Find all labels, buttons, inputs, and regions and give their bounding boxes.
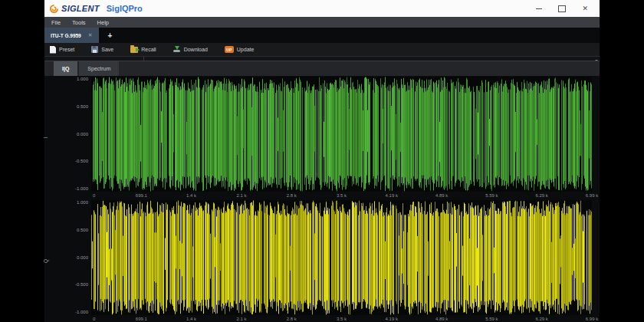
x-axis-ticks: 0699.11.4 k2.1 k2.8 k3.5 k4.19 k4.89 k5.… — [91, 192, 592, 199]
i-waveform-chart: I 1.0000.5000.000-0.500-1.000 0699.11.4 … — [44, 77, 600, 199]
x-tick-label: 699.1 — [136, 193, 147, 198]
menu-help[interactable]: Help — [97, 19, 109, 26]
x-tick-label: 1.4 k — [186, 317, 196, 321]
x-tick-label: 4.89 k — [435, 193, 448, 198]
floppy-icon — [91, 46, 98, 53]
x-tick-label: 2.8 k — [287, 193, 297, 198]
close-icon[interactable]: ✕ — [582, 5, 588, 12]
x-tick-label: 6.29 k — [536, 317, 548, 321]
sidebar-tree: ⌄ Waveform Setup Packet — [44, 57, 144, 61]
app-name: SigIQPro — [107, 4, 143, 13]
x-tick-label: 4.19 k — [386, 317, 398, 321]
siglent-logo-icon — [50, 5, 58, 13]
x-axis-ticks: 0699.11.4 k2.1 k2.8 k3.5 k4.19 k4.89 k5.… — [91, 315, 592, 322]
tab-label: ITU-T G.9959 — [51, 33, 81, 38]
x-tick-label: 3.5 k — [337, 193, 347, 198]
tab-iq[interactable]: I|Q — [54, 61, 77, 76]
download-button[interactable]: Download — [173, 46, 208, 53]
x-tick-label: 699.1 — [136, 317, 147, 321]
x-tick-label: 0 — [93, 193, 95, 198]
y-tick-label: 0.500 — [77, 104, 88, 109]
recall-button[interactable]: Recall — [130, 47, 156, 53]
q-waveform-plot: 0699.11.4 k2.1 k2.8 k3.5 k4.19 k4.89 k5.… — [91, 200, 592, 322]
save-button[interactable]: Save — [91, 46, 113, 53]
x-tick-label: 2.1 k — [236, 317, 246, 321]
update-icon: UP — [225, 46, 234, 53]
y-tick-label: 1.000 — [77, 200, 88, 205]
y-tick-label: -1.000 — [75, 310, 88, 314]
chart-tab-bar: I|Q Spectrum — [44, 61, 600, 76]
settings-panel: ⌄ General Settings Data Rate R1-9.6kbps … — [144, 57, 600, 61]
x-tick-label: 0 — [93, 317, 95, 321]
preset-button[interactable]: Preset — [50, 46, 74, 54]
new-tab-button[interactable]: + — [99, 28, 122, 43]
menu-bar: File Tools Help — [44, 17, 600, 28]
folder-icon — [130, 47, 138, 53]
x-tick-label: 6.29 k — [536, 193, 548, 198]
app-window: SIGLENT SigIQPro ✕ File Tools Help ITU-T… — [44, 0, 600, 322]
x-tick-label: 6.99 k — [586, 317, 598, 321]
document-icon — [50, 46, 56, 54]
y-tick-label: -0.500 — [75, 282, 88, 287]
x-tick-label: 4.19 k — [386, 193, 398, 198]
minimize-icon[interactable] — [536, 8, 542, 9]
toolbar: Preset Save Recall Download UP Update — [44, 43, 600, 57]
brand-name: SIGLENT — [61, 4, 100, 13]
y-tick-label: -0.500 — [75, 159, 88, 163]
x-tick-label: 3.5 k — [337, 317, 347, 321]
y-tick-label: -1.000 — [75, 186, 88, 191]
x-tick-label: 2.8 k — [287, 317, 297, 321]
x-tick-label: 5.59 k — [485, 193, 498, 198]
maximize-icon[interactable] — [558, 5, 566, 12]
menu-file[interactable]: File — [51, 19, 61, 26]
charts-panel: I|Q Spectrum I 1.0000.5000.000-0.500-1.0… — [44, 61, 600, 322]
title-bar: SIGLENT SigIQPro ✕ — [44, 0, 600, 17]
q-waveform-trace — [91, 200, 592, 315]
vertical-scrollbar[interactable] — [595, 60, 598, 61]
x-tick-label: 2.1 k — [236, 193, 246, 198]
tab-spectrum[interactable]: Spectrum — [79, 61, 119, 76]
download-icon — [173, 46, 181, 53]
x-tick-label: 5.59 k — [485, 317, 498, 321]
document-tab-bar: ITU-T G.9959 ✕ + — [44, 28, 600, 43]
i-waveform-trace — [91, 77, 592, 192]
tab-close-icon[interactable]: ✕ — [88, 32, 93, 38]
menu-tools[interactable]: Tools — [72, 19, 86, 26]
i-waveform-plot: 0699.11.4 k2.1 k2.8 k3.5 k4.19 k4.89 k5.… — [91, 77, 592, 199]
update-button[interactable]: UP Update — [225, 46, 255, 53]
x-tick-label: 1.4 k — [186, 193, 196, 198]
q-waveform-chart: Q 1.0000.5000.000-0.500-1.000 0699.11.4 … — [44, 200, 600, 322]
y-tick-label: 0.500 — [77, 228, 88, 232]
main-content: ⌄ Waveform Setup Packet ⌄ General Settin… — [44, 57, 600, 61]
x-tick-label: 6.99 k — [586, 193, 598, 198]
x-tick-label: 4.89 k — [435, 317, 448, 321]
y-tick-label: 1.000 — [77, 77, 88, 81]
tab-itu-t-g9959[interactable]: ITU-T G.9959 ✕ — [44, 28, 99, 43]
